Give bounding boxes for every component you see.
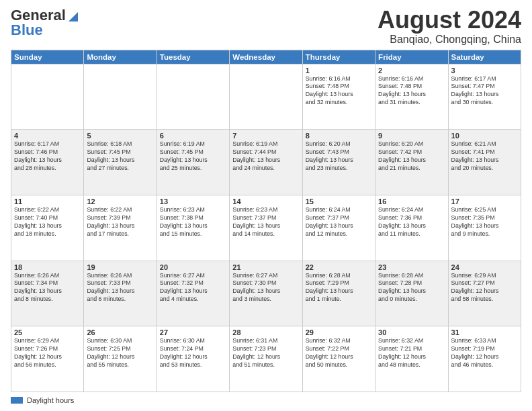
weekday-header-wednesday: Wednesday — [230, 50, 302, 64]
weekday-header-thursday: Thursday — [302, 50, 375, 64]
day-number: 17 — [451, 197, 518, 205]
day-number: 4 — [14, 132, 81, 140]
day-number: 23 — [378, 263, 445, 271]
day-number: 31 — [451, 328, 518, 336]
calendar-week-row: 18Sunrise: 6:26 AM Sunset: 7:34 PM Dayli… — [11, 261, 521, 326]
day-info: Sunrise: 6:17 AM Sunset: 7:47 PM Dayligh… — [451, 75, 518, 107]
day-number: 13 — [160, 197, 226, 205]
calendar-cell: 27Sunrise: 6:30 AM Sunset: 7:24 PM Dayli… — [157, 326, 229, 392]
day-info: Sunrise: 6:26 AM Sunset: 7:33 PM Dayligh… — [87, 272, 153, 304]
calendar-cell — [157, 64, 229, 130]
calendar-cell: 30Sunrise: 6:32 AM Sunset: 7:21 PM Dayli… — [375, 326, 448, 392]
page: General Blue August 2024 Banqiao, Chongq… — [0, 0, 532, 411]
logo: General Blue — [11, 7, 81, 39]
day-info: Sunrise: 6:30 AM Sunset: 7:24 PM Dayligh… — [160, 337, 226, 369]
legend-color-box — [11, 397, 23, 404]
day-info: Sunrise: 6:30 AM Sunset: 7:25 PM Dayligh… — [87, 337, 153, 369]
day-number: 24 — [451, 263, 518, 271]
day-number: 21 — [232, 263, 299, 271]
calendar-cell: 31Sunrise: 6:33 AM Sunset: 7:19 PM Dayli… — [448, 326, 521, 392]
day-info: Sunrise: 6:17 AM Sunset: 7:46 PM Dayligh… — [14, 140, 81, 173]
weekday-header-monday: Monday — [84, 50, 157, 64]
logo-blue: Blue — [11, 21, 43, 39]
day-number: 28 — [232, 328, 299, 336]
day-info: Sunrise: 6:19 AM Sunset: 7:44 PM Dayligh… — [232, 140, 299, 173]
weekday-header-row: SundayMondayTuesdayWednesdayThursdayFrid… — [11, 50, 521, 64]
day-info: Sunrise: 6:32 AM Sunset: 7:22 PM Dayligh… — [306, 337, 372, 369]
day-number: 29 — [306, 328, 372, 336]
legend: Daylight hours — [11, 396, 521, 404]
calendar-cell: 9Sunrise: 6:20 AM Sunset: 7:42 PM Daylig… — [375, 130, 448, 195]
day-number: 18 — [14, 263, 81, 271]
day-info: Sunrise: 6:20 AM Sunset: 7:42 PM Dayligh… — [378, 140, 445, 173]
day-info: Sunrise: 6:18 AM Sunset: 7:45 PM Dayligh… — [87, 140, 153, 173]
calendar-week-row: 11Sunrise: 6:22 AM Sunset: 7:40 PM Dayli… — [11, 195, 521, 261]
calendar-cell: 11Sunrise: 6:22 AM Sunset: 7:40 PM Dayli… — [11, 195, 84, 261]
day-info: Sunrise: 6:21 AM Sunset: 7:41 PM Dayligh… — [451, 140, 518, 173]
day-info: Sunrise: 6:24 AM Sunset: 7:37 PM Dayligh… — [306, 206, 372, 238]
day-number: 5 — [87, 132, 153, 140]
calendar-cell: 26Sunrise: 6:30 AM Sunset: 7:25 PM Dayli… — [84, 326, 157, 392]
calendar-cell: 13Sunrise: 6:23 AM Sunset: 7:38 PM Dayli… — [157, 195, 229, 261]
calendar-cell: 22Sunrise: 6:28 AM Sunset: 7:29 PM Dayli… — [302, 261, 375, 326]
calendar-cell — [230, 64, 302, 130]
day-number: 10 — [451, 132, 518, 140]
day-number: 15 — [306, 197, 372, 205]
calendar-cell: 7Sunrise: 6:19 AM Sunset: 7:44 PM Daylig… — [230, 130, 302, 195]
title-block: August 2024 Banqiao, Chongqing, China — [378, 7, 521, 46]
weekday-header-tuesday: Tuesday — [157, 50, 229, 64]
day-number: 9 — [378, 132, 445, 140]
calendar-cell: 14Sunrise: 6:23 AM Sunset: 7:37 PM Dayli… — [230, 195, 302, 261]
weekday-header-saturday: Saturday — [448, 50, 521, 64]
legend-label: Daylight hours — [27, 396, 74, 404]
location-title: Banqiao, Chongqing, China — [378, 34, 521, 46]
day-number: 6 — [160, 132, 226, 140]
day-number: 11 — [14, 197, 81, 205]
day-number: 1 — [306, 66, 372, 75]
day-info: Sunrise: 6:31 AM Sunset: 7:23 PM Dayligh… — [232, 337, 299, 369]
calendar-week-row: 4Sunrise: 6:17 AM Sunset: 7:46 PM Daylig… — [11, 130, 521, 195]
day-number: 25 — [14, 328, 81, 336]
calendar-table: SundayMondayTuesdayWednesdayThursdayFrid… — [11, 50, 521, 392]
day-number: 14 — [232, 197, 299, 205]
day-info: Sunrise: 6:27 AM Sunset: 7:32 PM Dayligh… — [160, 272, 226, 304]
day-info: Sunrise: 6:19 AM Sunset: 7:45 PM Dayligh… — [160, 140, 226, 173]
calendar-cell: 16Sunrise: 6:24 AM Sunset: 7:36 PM Dayli… — [375, 195, 448, 261]
day-number: 30 — [378, 328, 445, 336]
weekday-header-friday: Friday — [375, 50, 448, 64]
day-info: Sunrise: 6:20 AM Sunset: 7:43 PM Dayligh… — [306, 140, 372, 173]
calendar-cell: 24Sunrise: 6:29 AM Sunset: 7:27 PM Dayli… — [448, 261, 521, 326]
day-info: Sunrise: 6:16 AM Sunset: 7:48 PM Dayligh… — [378, 75, 445, 107]
day-number: 8 — [306, 132, 372, 140]
calendar-cell: 4Sunrise: 6:17 AM Sunset: 7:46 PM Daylig… — [11, 130, 84, 195]
logo-triangle-icon — [66, 8, 81, 23]
day-number: 3 — [451, 66, 518, 75]
day-info: Sunrise: 6:27 AM Sunset: 7:30 PM Dayligh… — [232, 272, 299, 304]
day-number: 26 — [87, 328, 153, 336]
calendar-week-row: 1Sunrise: 6:16 AM Sunset: 7:48 PM Daylig… — [11, 64, 521, 130]
calendar-cell: 12Sunrise: 6:22 AM Sunset: 7:39 PM Dayli… — [84, 195, 157, 261]
calendar-cell: 3Sunrise: 6:17 AM Sunset: 7:47 PM Daylig… — [448, 64, 521, 130]
calendar-cell: 5Sunrise: 6:18 AM Sunset: 7:45 PM Daylig… — [84, 130, 157, 195]
calendar-cell: 18Sunrise: 6:26 AM Sunset: 7:34 PM Dayli… — [11, 261, 84, 326]
header: General Blue August 2024 Banqiao, Chongq… — [11, 7, 521, 46]
day-info: Sunrise: 6:29 AM Sunset: 7:27 PM Dayligh… — [451, 272, 518, 304]
calendar-cell: 23Sunrise: 6:28 AM Sunset: 7:28 PM Dayli… — [375, 261, 448, 326]
day-number: 7 — [232, 132, 299, 140]
day-info: Sunrise: 6:32 AM Sunset: 7:21 PM Dayligh… — [378, 337, 445, 369]
calendar-cell: 29Sunrise: 6:32 AM Sunset: 7:22 PM Dayli… — [302, 326, 375, 392]
calendar-week-row: 25Sunrise: 6:29 AM Sunset: 7:26 PM Dayli… — [11, 326, 521, 392]
calendar-cell: 15Sunrise: 6:24 AM Sunset: 7:37 PM Dayli… — [302, 195, 375, 261]
month-title: August 2024 — [378, 7, 521, 34]
calendar-cell: 17Sunrise: 6:25 AM Sunset: 7:35 PM Dayli… — [448, 195, 521, 261]
calendar-cell: 8Sunrise: 6:20 AM Sunset: 7:43 PM Daylig… — [302, 130, 375, 195]
day-info: Sunrise: 6:23 AM Sunset: 7:37 PM Dayligh… — [232, 206, 299, 238]
day-number: 2 — [378, 66, 445, 75]
day-info: Sunrise: 6:16 AM Sunset: 7:48 PM Dayligh… — [306, 75, 372, 107]
day-number: 27 — [160, 328, 226, 336]
day-number: 20 — [160, 263, 226, 271]
day-info: Sunrise: 6:28 AM Sunset: 7:28 PM Dayligh… — [378, 272, 445, 304]
calendar-cell: 25Sunrise: 6:29 AM Sunset: 7:26 PM Dayli… — [11, 326, 84, 392]
day-info: Sunrise: 6:23 AM Sunset: 7:38 PM Dayligh… — [160, 206, 226, 238]
day-info: Sunrise: 6:22 AM Sunset: 7:40 PM Dayligh… — [14, 206, 81, 238]
